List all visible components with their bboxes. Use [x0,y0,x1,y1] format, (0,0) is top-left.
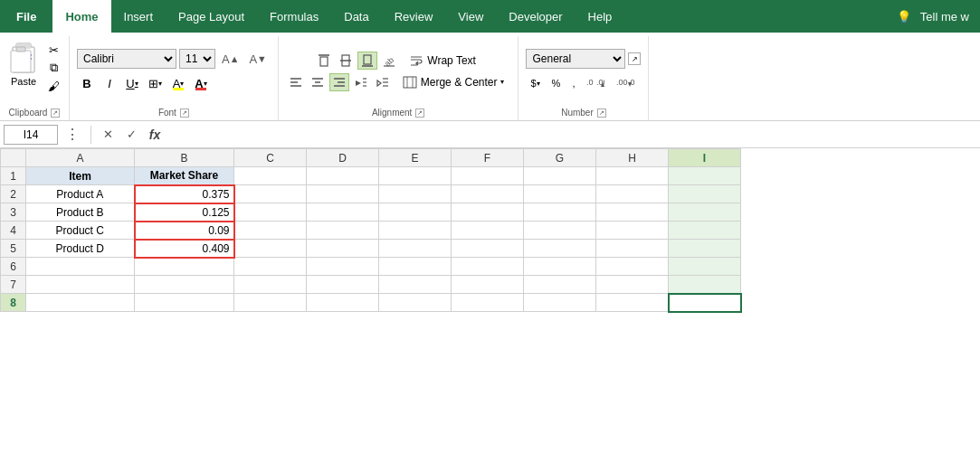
cell-D8[interactable] [307,294,379,312]
cell-F8[interactable] [452,294,524,312]
cell-C8[interactable] [234,294,307,312]
tab-file[interactable]: File [0,0,52,33]
col-header-H[interactable]: H [596,149,669,167]
decrease-decimal-button[interactable]: .00 .0 [612,73,641,93]
paste-button[interactable]: Paste [5,40,42,89]
bold-button[interactable]: B [77,73,97,93]
increase-decimal-button[interactable]: .0 .00 [582,73,609,93]
tab-data[interactable]: Data [331,0,381,33]
cell-E8[interactable] [379,294,452,312]
cell-G5[interactable] [524,240,596,258]
italic-button[interactable]: I [100,73,119,93]
cell-C3[interactable] [234,203,307,222]
cell-E3[interactable] [379,203,452,222]
col-header-A[interactable]: A [26,149,135,167]
cell-C5[interactable] [234,240,307,258]
cell-E4[interactable] [379,222,452,240]
merge-center-button[interactable]: Merge & Center ▾ [396,72,511,92]
cell-B5[interactable]: 0.409 [135,240,234,258]
col-header-C[interactable]: C [234,149,307,167]
row-header-7[interactable]: 7 [1,276,26,294]
cell-G6[interactable] [524,258,596,276]
cell-G4[interactable] [524,222,596,240]
col-header-F[interactable]: F [452,149,524,167]
underline-button[interactable]: U ▾ [122,73,142,93]
row-header-4[interactable]: 4 [1,222,26,240]
align-top-button[interactable] [314,52,334,70]
number-group-expand-icon[interactable]: ↗ [597,109,606,118]
font-expand-icon[interactable]: ↗ [180,109,189,118]
insert-function-button[interactable]: fx [146,126,164,144]
cell-C6[interactable] [234,258,307,276]
font-name-select[interactable]: Calibri [77,49,176,69]
cell-A8[interactable] [26,294,135,312]
cell-F7[interactable] [452,276,524,294]
cell-A1[interactable]: Item [26,167,135,185]
cell-C1[interactable] [234,167,307,185]
cell-D2[interactable] [307,185,379,203]
cell-I14[interactable] [669,294,741,312]
cell-A7[interactable] [26,276,135,294]
cell-E5[interactable] [379,240,452,258]
cell-D7[interactable] [307,276,379,294]
cell-H5[interactable] [596,240,669,258]
cell-B7[interactable] [135,276,234,294]
confirm-button[interactable]: ✓ [122,126,140,144]
col-header-G[interactable]: G [524,149,596,167]
formula-input[interactable] [167,125,976,145]
align-left-button[interactable] [286,73,306,91]
row-header-1[interactable]: 1 [1,167,26,185]
cell-D6[interactable] [307,258,379,276]
percent-button[interactable]: % [547,73,566,93]
cell-I2[interactable] [669,185,741,203]
row-header-2[interactable]: 2 [1,185,26,203]
tab-help[interactable]: Help [576,0,625,33]
number-format-select[interactable]: General [526,49,625,69]
row-header-8[interactable]: 8 [1,294,26,312]
cell-H6[interactable] [596,258,669,276]
cell-C2[interactable] [234,185,307,203]
cell-B4[interactable]: 0.09 [135,222,234,240]
tab-developer[interactable]: Developer [496,0,575,33]
cell-E2[interactable] [379,185,452,203]
cell-H3[interactable] [596,203,669,222]
cell-H7[interactable] [596,276,669,294]
merge-dropdown-arrow[interactable]: ▾ [500,78,504,86]
col-header-E[interactable]: E [379,149,452,167]
accounting-button[interactable]: $ ▾ [526,73,544,93]
cell-A3[interactable]: Product B [26,203,135,222]
name-box-dropdown[interactable]: ⋮ [62,126,83,143]
clipboard-expand-icon[interactable]: ↗ [51,109,60,118]
cell-B1[interactable]: Market Share [135,167,234,185]
tab-formulas[interactable]: Formulas [257,0,331,33]
orientation-button[interactable]: ab [379,52,399,70]
cell-H2[interactable] [596,185,669,203]
border-button[interactable]: ⊞ ▾ [145,73,166,93]
cell-G2[interactable] [524,185,596,203]
cell-A4[interactable]: Product C [26,222,135,240]
cell-F2[interactable] [452,185,524,203]
cell-D3[interactable] [307,203,379,222]
cell-B6[interactable] [135,258,234,276]
cell-F6[interactable] [452,258,524,276]
cell-B8[interactable] [135,294,234,312]
tab-insert[interactable]: Insert [111,0,167,33]
tab-view[interactable]: View [445,0,496,33]
copy-button[interactable]: ⧉ [43,60,63,76]
row-header-5[interactable]: 5 [1,240,26,258]
format-painter-button[interactable]: 🖌 [43,78,63,94]
decrease-indent-button[interactable] [351,73,371,91]
cell-E1[interactable] [379,167,452,185]
cell-A5[interactable]: Product D [26,240,135,258]
cancel-button[interactable]: ✕ [99,126,117,144]
col-header-D[interactable]: D [307,149,379,167]
cell-G8[interactable] [524,294,596,312]
font-size-select[interactable]: 11 [179,49,215,69]
cell-G1[interactable] [524,167,596,185]
cell-C7[interactable] [234,276,307,294]
cell-B3[interactable]: 0.125 [135,203,234,222]
tab-page-layout[interactable]: Page Layout [166,0,257,33]
align-bottom-button[interactable] [357,52,377,70]
cell-G3[interactable] [524,203,596,222]
cell-I5[interactable] [669,240,741,258]
